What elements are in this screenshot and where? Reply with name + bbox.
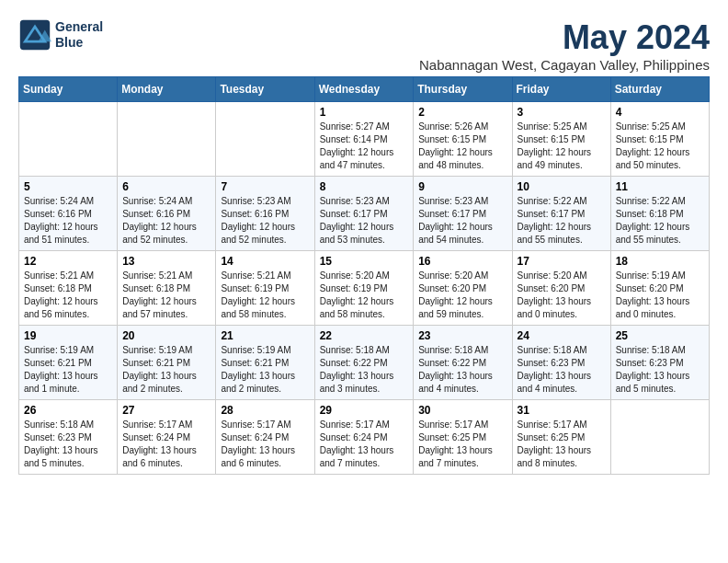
calendar-cell: 30Sunrise: 5:17 AMSunset: 6:25 PMDayligh… bbox=[414, 400, 512, 475]
logo-text: General Blue bbox=[55, 19, 103, 51]
day-number: 5 bbox=[24, 180, 112, 193]
calendar-cell: 8Sunrise: 5:23 AMSunset: 6:17 PMDaylight… bbox=[314, 177, 414, 251]
cell-info: Sunrise: 5:24 AMSunset: 6:16 PMDaylight:… bbox=[122, 195, 210, 247]
calendar-cell: 14Sunrise: 5:21 AMSunset: 6:19 PMDayligh… bbox=[216, 251, 314, 326]
day-number: 10 bbox=[518, 180, 606, 193]
calendar-cell: 9Sunrise: 5:23 AMSunset: 6:17 PMDaylight… bbox=[414, 177, 512, 251]
cell-info: Sunrise: 5:18 AMSunset: 6:22 PMDaylight:… bbox=[418, 344, 506, 396]
calendar-cell: 7Sunrise: 5:23 AMSunset: 6:16 PMDaylight… bbox=[216, 177, 314, 251]
calendar-cell: 20Sunrise: 5:19 AMSunset: 6:21 PMDayligh… bbox=[118, 326, 216, 400]
logo-icon bbox=[18, 18, 51, 52]
cell-info: Sunrise: 5:21 AMSunset: 6:18 PMDaylight:… bbox=[24, 270, 112, 321]
cell-info: Sunrise: 5:23 AMSunset: 6:17 PMDaylight:… bbox=[418, 195, 506, 247]
day-number: 6 bbox=[122, 180, 210, 193]
cell-info: Sunrise: 5:18 AMSunset: 6:23 PMDaylight:… bbox=[616, 344, 704, 396]
calendar-cell: 12Sunrise: 5:21 AMSunset: 6:18 PMDayligh… bbox=[19, 251, 118, 326]
day-number: 22 bbox=[320, 329, 409, 342]
day-number: 4 bbox=[616, 106, 704, 119]
day-number: 21 bbox=[221, 329, 309, 342]
calendar-cell: 11Sunrise: 5:22 AMSunset: 6:18 PMDayligh… bbox=[610, 177, 709, 251]
day-number: 26 bbox=[24, 404, 112, 417]
logo: General Blue bbox=[18, 18, 103, 52]
day-number: 27 bbox=[122, 404, 210, 417]
day-number: 14 bbox=[221, 255, 309, 268]
day-number: 9 bbox=[418, 180, 506, 193]
day-number: 3 bbox=[518, 106, 606, 119]
calendar-week-row: 5Sunrise: 5:24 AMSunset: 6:16 PMDaylight… bbox=[19, 177, 710, 251]
cell-info: Sunrise: 5:21 AMSunset: 6:19 PMDaylight:… bbox=[221, 270, 309, 321]
calendar-cell bbox=[19, 102, 118, 177]
weekday-header: Saturday bbox=[610, 77, 709, 102]
calendar-cell: 17Sunrise: 5:20 AMSunset: 6:20 PMDayligh… bbox=[512, 251, 610, 326]
day-number: 1 bbox=[320, 106, 409, 119]
day-number: 12 bbox=[24, 255, 112, 268]
day-number: 24 bbox=[518, 329, 606, 342]
calendar-cell: 22Sunrise: 5:18 AMSunset: 6:22 PMDayligh… bbox=[314, 326, 414, 400]
calendar-cell bbox=[610, 400, 709, 475]
calendar-cell: 24Sunrise: 5:18 AMSunset: 6:23 PMDayligh… bbox=[512, 326, 610, 400]
day-number: 29 bbox=[320, 404, 409, 417]
day-number: 31 bbox=[518, 404, 606, 417]
main-title: May 2024 bbox=[419, 18, 710, 57]
calendar-week-row: 26Sunrise: 5:18 AMSunset: 6:23 PMDayligh… bbox=[19, 400, 710, 475]
calendar-cell: 19Sunrise: 5:19 AMSunset: 6:21 PMDayligh… bbox=[19, 326, 118, 400]
calendar-cell: 4Sunrise: 5:25 AMSunset: 6:15 PMDaylight… bbox=[610, 102, 709, 177]
day-number: 30 bbox=[418, 404, 506, 417]
cell-info: Sunrise: 5:22 AMSunset: 6:17 PMDaylight:… bbox=[518, 195, 606, 247]
calendar-cell: 31Sunrise: 5:17 AMSunset: 6:25 PMDayligh… bbox=[512, 400, 610, 475]
cell-info: Sunrise: 5:21 AMSunset: 6:18 PMDaylight:… bbox=[122, 270, 210, 321]
day-number: 15 bbox=[320, 255, 409, 268]
cell-info: Sunrise: 5:17 AMSunset: 6:25 PMDaylight:… bbox=[418, 419, 506, 470]
cell-info: Sunrise: 5:23 AMSunset: 6:16 PMDaylight:… bbox=[221, 195, 309, 247]
calendar-cell bbox=[216, 102, 314, 177]
cell-info: Sunrise: 5:18 AMSunset: 6:23 PMDaylight:… bbox=[24, 419, 112, 470]
calendar-cell: 28Sunrise: 5:17 AMSunset: 6:24 PMDayligh… bbox=[216, 400, 314, 475]
cell-info: Sunrise: 5:17 AMSunset: 6:25 PMDaylight:… bbox=[518, 419, 606, 470]
day-number: 19 bbox=[24, 329, 112, 342]
title-area: May 2024 Nabannagan West, Cagayan Valley… bbox=[419, 18, 710, 73]
calendar-cell: 29Sunrise: 5:17 AMSunset: 6:24 PMDayligh… bbox=[314, 400, 414, 475]
cell-info: Sunrise: 5:27 AMSunset: 6:14 PMDaylight:… bbox=[320, 121, 409, 172]
calendar-cell: 23Sunrise: 5:18 AMSunset: 6:22 PMDayligh… bbox=[414, 326, 512, 400]
day-number: 23 bbox=[418, 329, 506, 342]
cell-info: Sunrise: 5:17 AMSunset: 6:24 PMDaylight:… bbox=[221, 419, 309, 470]
calendar-cell: 18Sunrise: 5:19 AMSunset: 6:20 PMDayligh… bbox=[610, 251, 709, 326]
cell-info: Sunrise: 5:26 AMSunset: 6:15 PMDaylight:… bbox=[418, 121, 506, 172]
day-number: 18 bbox=[616, 255, 704, 268]
weekday-header: Tuesday bbox=[216, 77, 314, 102]
cell-info: Sunrise: 5:22 AMSunset: 6:18 PMDaylight:… bbox=[616, 195, 704, 247]
cell-info: Sunrise: 5:17 AMSunset: 6:24 PMDaylight:… bbox=[122, 419, 210, 470]
day-number: 2 bbox=[418, 106, 506, 119]
calendar-week-row: 12Sunrise: 5:21 AMSunset: 6:18 PMDayligh… bbox=[19, 251, 710, 326]
day-number: 20 bbox=[122, 329, 210, 342]
weekday-header: Sunday bbox=[19, 77, 118, 102]
day-number: 8 bbox=[320, 180, 409, 193]
cell-info: Sunrise: 5:18 AMSunset: 6:23 PMDaylight:… bbox=[518, 344, 606, 396]
calendar-cell: 6Sunrise: 5:24 AMSunset: 6:16 PMDaylight… bbox=[118, 177, 216, 251]
day-number: 17 bbox=[518, 255, 606, 268]
day-number: 7 bbox=[221, 180, 309, 193]
day-number: 16 bbox=[418, 255, 506, 268]
calendar-cell: 15Sunrise: 5:20 AMSunset: 6:19 PMDayligh… bbox=[314, 251, 414, 326]
cell-info: Sunrise: 5:20 AMSunset: 6:20 PMDaylight:… bbox=[518, 270, 606, 321]
cell-info: Sunrise: 5:20 AMSunset: 6:19 PMDaylight:… bbox=[320, 270, 409, 321]
cell-info: Sunrise: 5:19 AMSunset: 6:21 PMDaylight:… bbox=[24, 344, 112, 396]
calendar-cell bbox=[118, 102, 216, 177]
subtitle: Nabannagan West, Cagayan Valley, Philipp… bbox=[419, 57, 710, 73]
calendar-table: SundayMondayTuesdayWednesdayThursdayFrid… bbox=[18, 76, 710, 475]
cell-info: Sunrise: 5:25 AMSunset: 6:15 PMDaylight:… bbox=[518, 121, 606, 172]
calendar-cell: 3Sunrise: 5:25 AMSunset: 6:15 PMDaylight… bbox=[512, 102, 610, 177]
calendar-week-row: 1Sunrise: 5:27 AMSunset: 6:14 PMDaylight… bbox=[19, 102, 710, 177]
weekday-header: Monday bbox=[118, 77, 216, 102]
weekday-header: Wednesday bbox=[314, 77, 414, 102]
day-number: 28 bbox=[221, 404, 309, 417]
calendar-cell: 10Sunrise: 5:22 AMSunset: 6:17 PMDayligh… bbox=[512, 177, 610, 251]
weekday-header: Friday bbox=[512, 77, 610, 102]
cell-info: Sunrise: 5:23 AMSunset: 6:17 PMDaylight:… bbox=[320, 195, 409, 247]
calendar-cell: 2Sunrise: 5:26 AMSunset: 6:15 PMDaylight… bbox=[414, 102, 512, 177]
calendar-cell: 13Sunrise: 5:21 AMSunset: 6:18 PMDayligh… bbox=[118, 251, 216, 326]
header: General Blue May 2024 Nabannagan West, C… bbox=[18, 18, 710, 73]
day-number: 25 bbox=[616, 329, 704, 342]
cell-info: Sunrise: 5:19 AMSunset: 6:21 PMDaylight:… bbox=[221, 344, 309, 396]
day-number: 11 bbox=[616, 180, 704, 193]
